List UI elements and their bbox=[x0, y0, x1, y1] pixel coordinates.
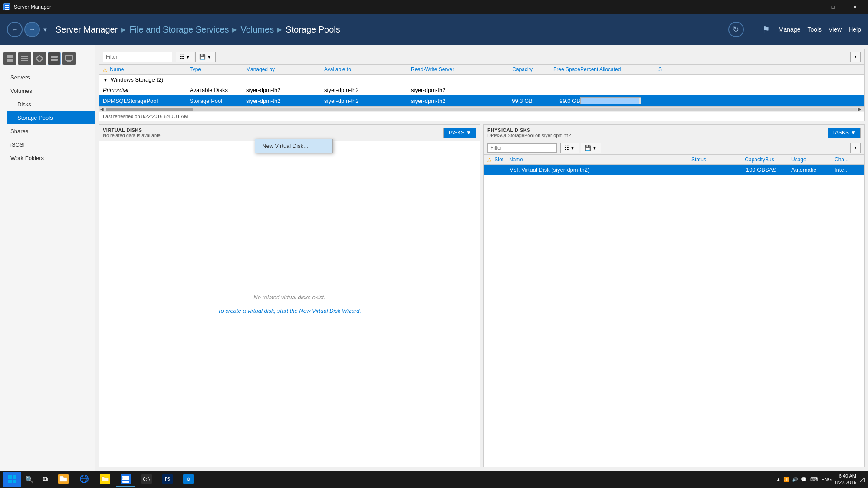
maximize-button[interactable]: □ bbox=[823, 0, 843, 14]
phys-capacity: 100 GB bbox=[726, 167, 765, 173]
tray-network-icon[interactable]: 📶 bbox=[783, 477, 789, 482]
back-button[interactable]: ← bbox=[7, 22, 23, 37]
refresh-button[interactable]: ↻ bbox=[728, 22, 744, 37]
dpmsql-available: siyer-dpm-th2 bbox=[324, 98, 411, 104]
tray-message-icon[interactable]: 💬 bbox=[801, 477, 807, 482]
sidebar-item-iscsi[interactable]: iSCSI bbox=[0, 138, 95, 151]
taskbar-app-powershell[interactable]: PS bbox=[158, 472, 177, 487]
minimize-button[interactable]: ─ bbox=[801, 0, 821, 14]
phys-view-icon: ☷ bbox=[564, 145, 569, 151]
save-button[interactable]: 💾 ▼ bbox=[195, 52, 216, 62]
sidebar-item-storage-pools[interactable]: Storage Pools bbox=[7, 111, 95, 124]
col-header-freespace: Free Space bbox=[533, 66, 580, 72]
breadcrumb-part2[interactable]: File and Storage Services bbox=[129, 25, 229, 35]
horizontal-scrollbar[interactable]: ◀ ▶ bbox=[99, 106, 864, 111]
phys-name: Msft Virtual Disk (siyer-dpm-th2) bbox=[509, 167, 691, 173]
sidebar-item-work-folders[interactable]: Work Folders bbox=[0, 151, 95, 165]
sidebar-icon-diamond[interactable] bbox=[33, 52, 46, 65]
view-options-button[interactable]: ☷ ▼ bbox=[176, 52, 194, 62]
physical-disks-title: PHYSICAL DISKS bbox=[487, 128, 571, 133]
breadcrumb-part3[interactable]: Volumes bbox=[240, 25, 274, 35]
svg-rect-6 bbox=[7, 59, 10, 62]
dpmsql-type: Storage Pool bbox=[190, 98, 246, 104]
breadcrumb-sep2: ▶ bbox=[232, 26, 237, 33]
sidebar-icon-storage[interactable] bbox=[48, 52, 61, 65]
taskbar-date: 8/22/2016 bbox=[835, 479, 856, 486]
phys-save-dropdown: ▼ bbox=[592, 145, 597, 151]
svg-rect-18 bbox=[8, 480, 12, 483]
physical-disks-title-bar: PHYSICAL DISKS DPMSQLStoragePool on siye… bbox=[484, 125, 864, 141]
task-view-button[interactable]: ⧉ bbox=[38, 472, 52, 487]
phys-col-header-status: Status bbox=[691, 157, 726, 163]
phys-save-button[interactable]: 💾 ▼ bbox=[581, 143, 601, 153]
taskbar-notifications-button[interactable]: ◿ bbox=[860, 476, 865, 483]
scroll-right-arrow[interactable]: ▶ bbox=[858, 107, 863, 111]
sidebar-item-volumes[interactable]: Volumes bbox=[0, 84, 95, 98]
physical-disks-toolbar: ☷ ▼ 💾 ▼ ▼ bbox=[484, 141, 864, 155]
menu-manage[interactable]: Manage bbox=[779, 26, 801, 33]
physical-disks-filter[interactable] bbox=[487, 143, 557, 153]
phys-expand-button[interactable]: ▼ bbox=[850, 143, 861, 153]
percent-bar-fill bbox=[581, 98, 639, 104]
menu-tools[interactable]: Tools bbox=[807, 26, 822, 33]
warning-header-icon: △ bbox=[103, 66, 107, 72]
sidebar-icon-shares[interactable] bbox=[62, 52, 76, 65]
window-controls: ─ □ ✕ bbox=[801, 0, 865, 14]
menu-help[interactable]: Help bbox=[848, 26, 861, 33]
phys-col-header-chassis: Cha... bbox=[835, 157, 861, 163]
taskbar-app-blue[interactable]: ⚙ bbox=[179, 472, 198, 487]
phys-view-button[interactable]: ☷ ▼ bbox=[560, 143, 579, 153]
taskbar-clock[interactable]: 6:40 AM 8/22/2016 bbox=[835, 473, 856, 486]
menu-view[interactable]: View bbox=[829, 26, 842, 33]
taskbar-app-server-manager[interactable] bbox=[116, 472, 135, 487]
breadcrumb-sep3: ▶ bbox=[277, 26, 282, 33]
nav-dropdown-button[interactable]: ▼ bbox=[42, 22, 49, 37]
storage-group-windows[interactable]: ▼ Windows Storage (2) bbox=[99, 75, 864, 85]
physical-disk-row-msft[interactable]: Msft Virtual Disk (siyer-dpm-th2) 100 GB… bbox=[484, 165, 864, 175]
phys-col-header-usage: Usage bbox=[791, 157, 835, 163]
table-row-dpmsql[interactable]: DPMSQLStoragePool Storage Pool siyer-dpm… bbox=[99, 95, 864, 106]
table-row-primordial[interactable]: Primordial Available Disks siyer-dpm-th2… bbox=[99, 85, 864, 95]
tray-volume-icon[interactable]: 🔊 bbox=[792, 477, 798, 482]
taskbar-search-button[interactable]: 🔍 bbox=[23, 472, 36, 487]
svg-rect-5 bbox=[10, 55, 13, 58]
phys-chassis: Inte... bbox=[835, 167, 861, 173]
sidebar-item-shares[interactable]: Shares bbox=[0, 124, 95, 138]
svg-rect-25 bbox=[122, 481, 129, 483]
tasks-dropdown-menu: New Virtual Disk... bbox=[255, 139, 333, 153]
nav-menu-items: Manage Tools View Help bbox=[779, 26, 861, 33]
virtual-disks-tasks-dropdown-icon: ▼ bbox=[466, 130, 471, 136]
taskbar: 🔍 ⧉ C:\ PS ⚙ ▲ bbox=[0, 471, 868, 488]
sidebar-item-disks[interactable]: Disks bbox=[7, 98, 95, 111]
storage-pools-toolbar: ☷ ▼ 💾 ▼ ▼ bbox=[99, 49, 864, 65]
sidebar-item-servers[interactable]: Servers bbox=[0, 71, 95, 84]
tray-chevron[interactable]: ▲ bbox=[776, 477, 781, 482]
notifications-flag[interactable]: ⚑ bbox=[762, 24, 770, 35]
close-button[interactable]: ✕ bbox=[845, 0, 865, 14]
nav-arrows: ← → ▼ bbox=[7, 22, 49, 37]
taskbar-keyboard-icon[interactable]: ⌨ bbox=[810, 476, 818, 482]
virtual-disks-tasks-button[interactable]: TASKS ▼ bbox=[443, 128, 476, 138]
sidebar-icon-dashboard[interactable] bbox=[3, 52, 16, 65]
new-virtual-disk-menu-item[interactable]: New Virtual Disk... bbox=[255, 139, 332, 153]
taskbar-app-ie[interactable] bbox=[75, 472, 94, 487]
physical-disks-tasks-button[interactable]: TASKS ▼ bbox=[828, 128, 861, 138]
phys-warning-icon: △ bbox=[487, 157, 491, 163]
breadcrumb-part4: Storage Pools bbox=[286, 25, 340, 35]
virtual-disks-create-link[interactable]: To create a virtual disk, start the New … bbox=[218, 308, 361, 314]
start-button[interactable] bbox=[3, 472, 21, 487]
taskbar-app-cmd[interactable]: C:\ bbox=[137, 472, 156, 487]
scroll-track[interactable] bbox=[106, 108, 857, 111]
taskbar-app-files[interactable] bbox=[95, 472, 115, 487]
scroll-left-arrow[interactable]: ◀ bbox=[100, 107, 105, 111]
scroll-thumb[interactable] bbox=[106, 108, 193, 111]
taskbar-app-explorer[interactable] bbox=[54, 472, 73, 487]
taskbar-language[interactable]: ENG bbox=[821, 477, 832, 482]
storage-pools-filter[interactable] bbox=[103, 52, 172, 62]
percent-bar-track bbox=[580, 97, 641, 104]
sidebar-icon-list[interactable] bbox=[18, 52, 31, 65]
system-tray: ▲ 📶 🔊 💬 bbox=[776, 477, 807, 482]
expand-panel-button[interactable]: ▼ bbox=[850, 52, 861, 62]
forward-button[interactable]: → bbox=[24, 22, 40, 37]
physical-disks-table-header: △ Slot Name Status Capacity Bus Usage Ch… bbox=[484, 155, 864, 165]
